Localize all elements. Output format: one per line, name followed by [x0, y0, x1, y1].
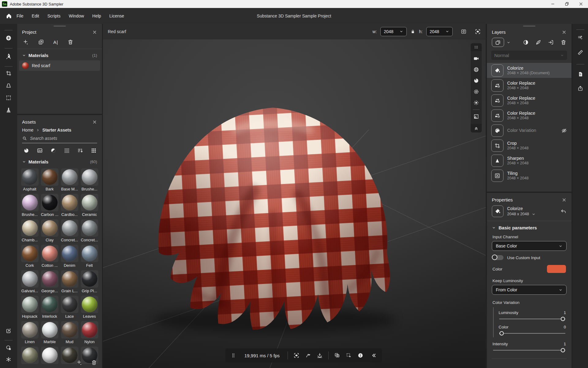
slider-knob[interactable]: [499, 331, 504, 335]
filter-images-icon[interactable]: [37, 148, 43, 154]
material-asset[interactable]: Linen: [20, 320, 39, 345]
texture-view-icon[interactable]: [473, 111, 479, 122]
basic-parameters-section[interactable]: Basic parameters: [487, 221, 571, 232]
mask-icon[interactable]: [535, 39, 541, 45]
collapse-bar-icon[interactable]: [371, 352, 377, 358]
keep-luminosity-dropdown[interactable]: From Color: [492, 285, 567, 295]
material-asset[interactable]: Carbon ...: [40, 193, 59, 218]
material-asset[interactable]: Interlock: [40, 295, 59, 320]
plugins-icon[interactable]: [6, 356, 12, 362]
layer-row[interactable]: Color Replace 2048 × 2048: [487, 108, 571, 123]
sort-icon[interactable]: [77, 148, 83, 154]
filter-pattern-icon[interactable]: [64, 148, 70, 154]
add-icon[interactable]: [23, 39, 29, 45]
reset-axis-icon[interactable]: [305, 352, 311, 358]
layer-row[interactable]: Colorize 2048 × 2048 (Document): [487, 63, 571, 78]
layer-row[interactable]: Tiling 2048 × 2048: [487, 168, 571, 183]
restore-button[interactable]: [560, 0, 574, 8]
property-layer-size[interactable]: 2048 x 2048: [507, 212, 536, 217]
material-asset[interactable]: Brushe...: [20, 193, 39, 218]
crop-tool-icon[interactable]: [6, 70, 12, 76]
ruler-icon[interactable]: [577, 49, 583, 56]
material-asset[interactable]: Felt: [80, 244, 99, 269]
height-dropdown[interactable]: 2048: [426, 27, 453, 36]
refresh-view-icon[interactable]: [461, 29, 467, 35]
add-material-icon[interactable]: [5, 35, 12, 41]
menu-item[interactable]: Help: [92, 13, 101, 18]
filter-sphere-icon[interactable]: [50, 148, 56, 154]
info-icon[interactable]: [357, 352, 364, 358]
material-asset[interactable]: Lace: [60, 295, 79, 320]
breadcrumb-home[interactable]: Home: [22, 128, 33, 132]
intensity-slider-knob[interactable]: [561, 348, 565, 352]
material-asset[interactable]: Chamb...: [20, 218, 39, 243]
clone-stamp-icon[interactable]: [6, 107, 12, 113]
environment-globe-icon[interactable]: [473, 64, 479, 75]
material-ball-icon[interactable]: [473, 75, 479, 86]
close-icon[interactable]: [92, 120, 97, 125]
input-channel-dropdown[interactable]: Base Color: [492, 241, 567, 251]
export-new-icon[interactable]: [6, 328, 12, 334]
menu-item[interactable]: Edit: [32, 13, 39, 18]
viewport-tools-handle[interactable]: [471, 43, 482, 51]
material-asset[interactable]: Grain L...: [60, 269, 79, 294]
use-custom-input-toggle[interactable]: [492, 255, 503, 260]
document-icon[interactable]: [577, 71, 583, 77]
frame-view-icon[interactable]: [293, 352, 300, 358]
material-asset[interactable]: Concret...: [60, 218, 79, 243]
slider-knob[interactable]: [561, 317, 565, 321]
trash-icon[interactable]: [91, 359, 97, 366]
lock-aspect-icon[interactable]: [410, 29, 415, 34]
menu-item[interactable]: Scripts: [47, 13, 61, 18]
material-asset[interactable]: Cotton ...: [40, 244, 59, 269]
material-settings-icon[interactable]: [6, 345, 12, 351]
drag-handle-icon[interactable]: [230, 352, 236, 358]
fit-view-icon[interactable]: [475, 29, 481, 35]
material-asset[interactable]: [40, 346, 59, 368]
light-sun-icon[interactable]: [473, 97, 479, 108]
layer-row[interactable]: Color Replace 2048 × 2048: [487, 78, 571, 93]
reset-icon[interactable]: [560, 208, 567, 214]
chevron-down-icon[interactable]: [507, 40, 511, 44]
marquee-select-icon[interactable]: [6, 95, 12, 101]
layer-row[interactable]: Color Variation: [487, 123, 571, 138]
rename-icon[interactable]: A|: [53, 40, 58, 45]
material-asset[interactable]: Cardbo...: [60, 193, 79, 218]
drop-to-ground-icon[interactable]: [317, 352, 323, 358]
layer-row[interactable]: Sharpen 2048 × 2048: [487, 153, 571, 168]
material-asset[interactable]: Bark: [40, 167, 59, 193]
material-asset[interactable]: Marble: [40, 320, 59, 345]
menu-item[interactable]: License: [109, 13, 124, 18]
close-button[interactable]: [574, 0, 588, 8]
3d-scene[interactable]: 19,991 ms / 5 fps: [103, 39, 486, 368]
home-icon[interactable]: [6, 13, 12, 19]
project-material-item[interactable]: Red scarf: [19, 60, 100, 71]
assets-materials-section[interactable]: Materials (60): [17, 155, 102, 167]
perspective-tool-icon[interactable]: [6, 82, 12, 89]
material-asset[interactable]: Nylon: [80, 320, 99, 345]
color-swatch[interactable]: [547, 265, 566, 273]
share-export-icon[interactable]: [577, 85, 583, 91]
import-layer-icon[interactable]: [548, 39, 554, 45]
close-icon[interactable]: [562, 197, 567, 202]
material-asset[interactable]: Base M...: [60, 167, 79, 193]
material-asset[interactable]: Clay: [40, 218, 59, 243]
close-icon[interactable]: [92, 30, 97, 35]
add-asset-icon[interactable]: [76, 359, 82, 366]
filter-materials-icon[interactable]: [23, 148, 29, 154]
width-dropdown[interactable]: 2048: [380, 27, 407, 36]
material-asset[interactable]: Galvani...: [20, 269, 39, 294]
close-icon[interactable]: [562, 30, 567, 35]
material-asset[interactable]: Hopsack: [20, 295, 39, 320]
material-asset[interactable]: Leaves: [80, 295, 99, 320]
menu-item[interactable]: File: [17, 13, 24, 18]
material-asset[interactable]: Mud: [60, 320, 79, 345]
material-asset[interactable]: George...: [40, 269, 59, 294]
material-asset[interactable]: [20, 346, 39, 368]
intensity-slider-track[interactable]: [493, 350, 565, 351]
slider-track[interactable]: [499, 333, 565, 334]
visibility-off-icon[interactable]: [561, 128, 567, 134]
minimize-button[interactable]: [546, 0, 560, 8]
material-asset[interactable]: Ceramic: [80, 193, 99, 218]
duplicate-icon[interactable]: [38, 39, 44, 45]
